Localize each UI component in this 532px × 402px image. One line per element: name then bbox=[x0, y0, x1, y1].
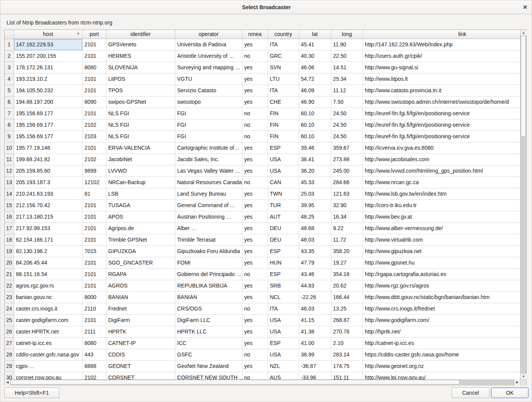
cell-link[interactable]: http://www.crs.inogs.it/frednet bbox=[363, 303, 520, 314]
cell-host[interactable]: 217.92.99.153 bbox=[14, 222, 82, 234]
cell-lat[interactable]: 39.95 bbox=[299, 199, 331, 211]
cell-country[interactable]: USA bbox=[268, 314, 299, 326]
cell-lat[interactable]: 40.30 bbox=[299, 50, 331, 62]
cell-operator[interactable]: swisstopo bbox=[175, 96, 242, 108]
cell-link[interactable]: http://euref-fin.fgi.fi/fgi/en/positioni… bbox=[363, 108, 520, 119]
cell-country[interactable]: FIN bbox=[268, 119, 299, 131]
cell-host[interactable]: banian.gouv.nc bbox=[14, 291, 82, 303]
cell-operator[interactable]: CORSNET NEW SOUTH … bbox=[175, 372, 242, 379]
cell-identifier[interactable]: HERMES bbox=[106, 50, 175, 62]
cell-operator[interactable]: FGI bbox=[175, 131, 242, 142]
cell-port[interactable]: 2101 bbox=[82, 211, 106, 222]
cell-identifier[interactable]: HPRTK bbox=[106, 326, 175, 337]
row-number[interactable]: 28 bbox=[5, 349, 14, 360]
cell-operator[interactable]: FGI bbox=[175, 108, 242, 119]
cell-long[interactable]: 151.11 bbox=[331, 372, 363, 379]
cell-lat[interactable]: 43.35 bbox=[299, 245, 331, 257]
cell-lat[interactable]: 46.90 bbox=[299, 96, 331, 108]
cell-nmea[interactable]: yes bbox=[242, 222, 268, 234]
cell-link[interactable]: http://www.gu-signal.si bbox=[363, 62, 520, 73]
row-number[interactable]: 25 bbox=[5, 314, 14, 326]
cell-country[interactable]: ESP bbox=[268, 142, 299, 154]
cell-host[interactable]: 210.241.63.193 bbox=[14, 188, 82, 199]
cell-link[interactable]: http://www.dittt.gouv.nc/static/bgn/bani… bbox=[363, 291, 520, 303]
cell-lat[interactable]: 60.10 bbox=[299, 131, 331, 142]
cell-country[interactable]: USA bbox=[268, 326, 299, 337]
row-number[interactable]: 23 bbox=[5, 291, 14, 303]
cell-lat[interactable]: 39.46 bbox=[299, 142, 331, 154]
row-number[interactable]: 1 bbox=[5, 39, 14, 50]
cell-host[interactable]: 212.156.70.42 bbox=[14, 199, 82, 211]
cell-nmea[interactable]: yes bbox=[242, 337, 268, 349]
cell-identifier[interactable]: NLS FGI bbox=[106, 131, 175, 142]
cell-identifier[interactable]: SGO_GNCASTER bbox=[106, 257, 175, 268]
cell-host[interactable]: 195.156.69.177 bbox=[14, 131, 82, 142]
cell-identifier[interactable]: GPSVeneto bbox=[106, 39, 175, 50]
cell-nmea[interactable]: yes bbox=[242, 85, 268, 96]
cell-operator[interactable]: FGI bbox=[175, 119, 242, 131]
row-number[interactable]: 30 bbox=[5, 372, 14, 379]
cell-host[interactable]: corsnet.nsw.gov.au bbox=[14, 372, 82, 379]
cell-port[interactable]: 2101 bbox=[82, 234, 106, 245]
cell-operator[interactable]: Land Survey Bureau bbox=[175, 188, 242, 199]
cell-port[interactable]: 2101 bbox=[82, 108, 106, 119]
cell-nmea[interactable]: yes bbox=[242, 257, 268, 268]
row-number[interactable]: 13 bbox=[5, 176, 14, 188]
cell-link[interactable]: http://users.auth.gr/cpik/ bbox=[363, 50, 520, 62]
cell-country[interactable]: FIN bbox=[268, 108, 299, 119]
column-header-country[interactable]: country bbox=[268, 30, 299, 39]
cell-link[interactable]: http://rgapa.cartografia.asturias.es bbox=[363, 268, 520, 280]
cell-port[interactable]: 2110 bbox=[82, 303, 106, 314]
cell-link[interactable]: http://www.jacobisales.com bbox=[363, 154, 520, 165]
cell-operator[interactable]: REPUBLIKA SRBIJA bbox=[175, 280, 242, 291]
vertical-scrollbar-thumb[interactable] bbox=[521, 36, 526, 137]
cell-host[interactable]: 193.219.10.2 bbox=[14, 73, 82, 85]
cell-country[interactable]: DEU bbox=[268, 234, 299, 245]
cell-host[interactable]: 199.68.241.82 bbox=[14, 154, 82, 165]
cell-port[interactable]: 2101 bbox=[82, 85, 106, 96]
cell-identifier[interactable]: CATNET-IP bbox=[106, 337, 175, 349]
cell-operator[interactable]: Gobierno del Principado … bbox=[175, 268, 242, 280]
cell-port[interactable]: 2102 bbox=[82, 119, 106, 131]
cell-operator[interactable]: GeoNet New Zealand bbox=[175, 360, 242, 372]
cell-identifier[interactable]: APOS bbox=[106, 211, 175, 222]
row-number[interactable]: 3 bbox=[5, 62, 14, 73]
cell-long[interactable]: 2.10 bbox=[331, 337, 363, 349]
cell-port[interactable]: 2111 bbox=[82, 326, 106, 337]
cell-host[interactable]: 194.88.197.200 bbox=[14, 96, 82, 108]
cell-lat[interactable]: -22.26 bbox=[299, 291, 331, 303]
cell-port[interactable]: 2101 bbox=[82, 314, 106, 326]
cell-operator[interactable]: General Command of … bbox=[175, 199, 242, 211]
cell-lat[interactable]: 25.03 bbox=[299, 188, 331, 199]
cell-port[interactable]: 2101 bbox=[82, 222, 106, 234]
cell-identifier[interactable]: Frednet bbox=[106, 303, 175, 314]
cell-lat[interactable]: -33.96 bbox=[299, 372, 331, 379]
cell-country[interactable]: USA bbox=[268, 349, 299, 360]
cell-nmea[interactable]: yes bbox=[242, 154, 268, 165]
cell-link[interactable]: http://www.lsb.gov.tw/en/index.htm bbox=[363, 188, 520, 199]
cell-identifier[interactable]: LVVWD bbox=[106, 165, 175, 176]
row-number[interactable]: 2 bbox=[5, 50, 14, 62]
cell-nmea[interactable]: no bbox=[242, 303, 268, 314]
cell-link[interactable]: http://www.rgz.gov.rs/agros bbox=[363, 280, 520, 291]
cell-long[interactable]: 16.34 bbox=[331, 211, 363, 222]
cell-nmea[interactable]: no bbox=[242, 131, 268, 142]
cell-lat[interactable]: 38.99 bbox=[299, 349, 331, 360]
cell-country[interactable]: USA bbox=[268, 154, 299, 165]
cell-port[interactable]: 2101 bbox=[82, 39, 106, 50]
cell-host[interactable]: catnet-ip.icc.es bbox=[14, 337, 82, 349]
cell-lat[interactable]: 45.33 bbox=[299, 176, 331, 188]
cell-long[interactable]: 245.00 bbox=[331, 165, 363, 176]
cell-lat[interactable]: 41.15 bbox=[299, 314, 331, 326]
cell-country[interactable]: USA bbox=[268, 165, 299, 176]
cell-long[interactable]: 24.50 bbox=[331, 131, 363, 142]
cell-port[interactable]: 2101 bbox=[82, 50, 106, 62]
cell-nmea[interactable]: no bbox=[242, 268, 268, 280]
row-number[interactable]: 18 bbox=[5, 234, 14, 245]
cell-country[interactable]: NZL bbox=[268, 360, 299, 372]
cell-country[interactable]: HUN bbox=[268, 257, 299, 268]
cell-country[interactable]: SRB bbox=[268, 280, 299, 291]
cell-link[interactable]: https://cddis-caster.gsfc.nasa.gov/home bbox=[363, 349, 520, 360]
cell-lat[interactable]: 41.38 bbox=[299, 326, 331, 337]
cell-operator[interactable]: Servizio Catasto bbox=[175, 85, 242, 96]
